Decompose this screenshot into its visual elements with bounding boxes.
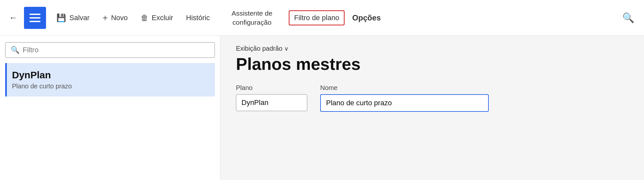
filter-search-icon: 🔍 (11, 46, 19, 54)
back-icon: ← (9, 13, 18, 23)
hamburger-button[interactable] (24, 7, 46, 29)
delete-button[interactable]: 🗑 Excluir (135, 10, 178, 26)
options-label: Opções (352, 13, 381, 22)
hamburger-bar-2 (29, 17, 41, 19)
save-icon: 💾 (56, 13, 66, 22)
options-button[interactable]: Opções (347, 10, 386, 26)
name-field: Nome (320, 84, 489, 112)
historic-button[interactable]: Históric (181, 10, 215, 25)
hamburger-bar-1 (29, 14, 41, 15)
hamburger-bar-3 (29, 21, 41, 22)
name-label: Nome (320, 84, 489, 92)
list-item-subtitle: Plano de curto prazo (12, 83, 210, 90)
filter-plan-label: Filtro de plano (294, 14, 339, 22)
new-icon: + (102, 13, 108, 23)
delete-icon: 🗑 (141, 13, 148, 22)
main-content: 🔍 DynPlan Plano de curto prazo Exibição … (0, 36, 644, 180)
view-selector-label: Exibição padrão (236, 45, 282, 52)
plan-field: Plano (236, 84, 307, 111)
assistant-label: Assistente de configuração (223, 9, 281, 27)
plan-input[interactable] (236, 94, 307, 111)
page-title: Planos mestres (236, 54, 628, 74)
save-button[interactable]: 💾 Salvar (51, 10, 95, 26)
new-label: Novo (111, 14, 128, 22)
back-button[interactable]: ← (5, 10, 21, 25)
filter-input-wrapper[interactable]: 🔍 (5, 42, 215, 58)
chevron-down-icon: ∨ (284, 45, 288, 52)
assistant-button[interactable]: Assistente de configuração (217, 6, 286, 30)
delete-label: Excluir (152, 14, 173, 22)
toolbar: ← 💾 Salvar + Novo 🗑 Excluir Históric Ass… (0, 0, 644, 36)
right-panel: Exibição padrão ∨ Planos mestres Plano N… (220, 36, 644, 180)
view-selector[interactable]: Exibição padrão ∨ (236, 45, 628, 52)
save-label: Salvar (69, 14, 89, 22)
name-input[interactable] (320, 94, 489, 112)
search-button[interactable]: 🔍 (618, 9, 639, 27)
new-button[interactable]: + Novo (97, 9, 133, 26)
search-icon: 🔍 (622, 12, 634, 23)
left-panel: 🔍 DynPlan Plano de curto prazo (0, 36, 220, 180)
filter-input[interactable] (23, 46, 209, 54)
list-item-title: DynPlan (12, 70, 210, 81)
plan-label: Plano (236, 84, 307, 92)
filter-plan-button[interactable]: Filtro de plano (289, 10, 344, 25)
form-row: Plano Nome (236, 84, 628, 112)
list-item[interactable]: DynPlan Plano de curto prazo (5, 63, 215, 96)
historic-label: Históric (186, 14, 210, 22)
